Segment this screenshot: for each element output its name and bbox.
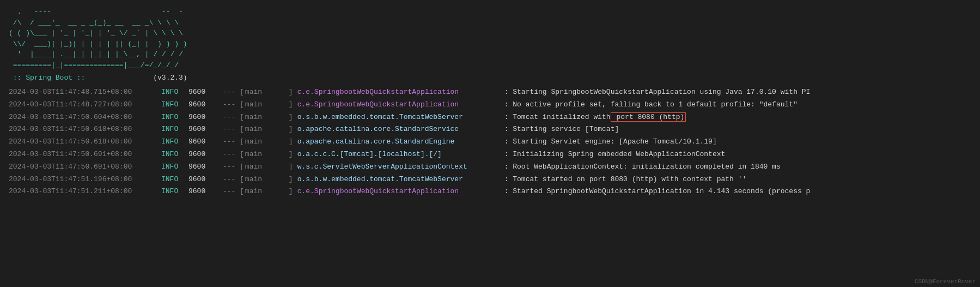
log-logger: o.apache.catalina.core.StandardEngine [297, 136, 504, 148]
bracket-close: ] [289, 112, 293, 123]
bracket-open: [ [240, 174, 244, 186]
log-timestamp: 2024-03-03T11:47:50.604+08:00 [9, 112, 161, 123]
log-timestamp: 2024-03-03T11:47:50.618+08:00 [9, 124, 161, 135]
log-pid: 9600 [188, 174, 218, 186]
log-pid: 9600 [188, 149, 218, 160]
bracket-close: ] [289, 149, 293, 160]
log-thread: main [245, 186, 289, 198]
log-separator: --- [218, 136, 240, 148]
log-separator: --- [218, 124, 240, 135]
bracket-open: [ [240, 162, 244, 173]
log-timestamp: 2024-03-03T11:47:48.715+08:00 [9, 87, 161, 98]
bracket-open: [ [240, 149, 244, 160]
log-row: 2024-03-03T11:47:51.211+08:00 INFO 9600 … [0, 186, 980, 198]
log-timestamp: 2024-03-03T11:47:51.211+08:00 [9, 186, 161, 198]
log-timestamp: 2024-03-03T11:47:50.691+08:00 [9, 162, 161, 173]
log-pid: 9600 [188, 99, 218, 111]
log-separator: --- [218, 186, 240, 198]
log-timestamp: 2024-03-03T11:47:51.196+08:00 [9, 174, 161, 186]
log-pid: 9600 [188, 186, 218, 198]
log-timestamp: 2024-03-03T11:47:50.618+08:00 [9, 136, 161, 148]
log-message: : Tomcat started on port 8080 (http) wit… [504, 174, 971, 186]
log-message: : Tomcat initialized with port 8080 (htt… [504, 112, 971, 123]
bracket-open: [ [240, 186, 244, 198]
log-level: INFO [161, 174, 188, 186]
log-pid: 9600 [188, 112, 218, 123]
log-message: : No active profile set, falling back to… [504, 99, 971, 111]
bracket-close: ] [289, 136, 293, 148]
bracket-close: ] [289, 99, 293, 111]
log-level: INFO [161, 136, 188, 148]
log-row: 2024-03-03T11:47:48.715+08:00 INFO 9600 … [0, 86, 980, 99]
log-thread: main [245, 149, 289, 160]
log-pid: 9600 [188, 124, 218, 135]
log-level: INFO [161, 99, 188, 111]
log-message: : Started SpringbootWebQuickstartApplica… [504, 186, 971, 198]
log-thread: main [245, 162, 289, 173]
bracket-close: ] [289, 87, 293, 98]
log-entries: 2024-03-03T11:47:48.715+08:00 INFO 9600 … [0, 86, 980, 198]
log-logger: c.e.SpringbootWebQuickstartApplication [297, 87, 504, 98]
port-highlight: port 8080 (http) [611, 112, 686, 122]
log-row: 2024-03-03T11:47:48.727+08:00 INFO 9600 … [0, 99, 980, 111]
log-thread: main [245, 124, 289, 135]
log-pid: 9600 [188, 87, 218, 98]
log-timestamp: 2024-03-03T11:47:48.727+08:00 [9, 99, 161, 111]
log-row: 2024-03-03T11:47:50.618+08:00 INFO 9600 … [0, 136, 980, 148]
bracket-close: ] [289, 124, 293, 135]
bracket-open: [ [240, 99, 244, 111]
spring-boot-ascii-art: . ---- -- - /\ / ___'_ __ _ _(_)_ __ __ … [0, 4, 980, 73]
log-row: 2024-03-03T11:47:50.691+08:00 INFO 9600 … [0, 161, 980, 174]
watermark: CSDN@ForeverRover [915, 278, 976, 285]
log-row: 2024-03-03T11:47:50.691+08:00 INFO 9600 … [0, 148, 980, 161]
bracket-close: ] [289, 174, 293, 186]
log-message: : Starting SpringbootWebQuickstartApplic… [504, 87, 971, 98]
log-separator: --- [218, 112, 240, 123]
log-level: INFO [161, 149, 188, 160]
log-logger: o.apache.catalina.core.StandardService [297, 124, 504, 135]
log-row: 2024-03-03T11:47:50.618+08:00 INFO 9600 … [0, 123, 980, 136]
log-separator: --- [218, 174, 240, 186]
bracket-open: [ [240, 87, 244, 98]
log-thread: main [245, 99, 289, 111]
log-message: : Initializing Spring embedded WebApplic… [504, 149, 971, 160]
bracket-open: [ [240, 136, 244, 148]
bracket-open: [ [240, 112, 244, 123]
terminal-window: . ---- -- - /\ / ___'_ __ _ _(_)_ __ __ … [0, 0, 980, 287]
log-logger: w.s.c.ServletWebServerApplicationContext [297, 162, 504, 173]
log-thread: main [245, 87, 289, 98]
log-timestamp: 2024-03-03T11:47:50.691+08:00 [9, 149, 161, 160]
log-logger: o.s.b.w.embedded.tomcat.TomcatWebServer [297, 112, 504, 123]
log-message: : Starting service [Tomcat] [504, 124, 971, 135]
log-thread: main [245, 112, 289, 123]
bracket-open: [ [240, 124, 244, 135]
log-logger: o.a.c.c.C.[Tomcat].[localhost].[/] [297, 149, 504, 160]
spring-version-line: :: Spring Boot :: (v3.2.3) [0, 73, 980, 86]
log-separator: --- [218, 149, 240, 160]
log-message: : Root WebApplicationContext: initializa… [504, 162, 971, 173]
log-row: 2024-03-03T11:47:51.196+08:00 INFO 9600 … [0, 174, 980, 186]
bracket-close: ] [289, 186, 293, 198]
log-separator: --- [218, 87, 240, 98]
log-thread: main [245, 174, 289, 186]
log-separator: --- [218, 162, 240, 173]
log-logger: o.s.b.w.embedded.tomcat.TomcatWebServer [297, 174, 504, 186]
log-pid: 9600 [188, 162, 218, 173]
log-message: : Starting Servlet engine: [Apache Tomca… [504, 136, 971, 148]
log-logger: c.e.SpringbootWebQuickstartApplication [297, 186, 504, 198]
log-level: INFO [161, 162, 188, 173]
log-level: INFO [161, 87, 188, 98]
log-level: INFO [161, 112, 188, 123]
log-row: 2024-03-03T11:47:50.604+08:00 INFO 9600 … [0, 111, 980, 124]
log-separator: --- [218, 99, 240, 111]
bracket-close: ] [289, 162, 293, 173]
log-pid: 9600 [188, 136, 218, 148]
log-level: INFO [161, 186, 188, 198]
log-level: INFO [161, 124, 188, 135]
log-logger: c.e.SpringbootWebQuickstartApplication [297, 99, 504, 111]
log-thread: main [245, 136, 289, 148]
